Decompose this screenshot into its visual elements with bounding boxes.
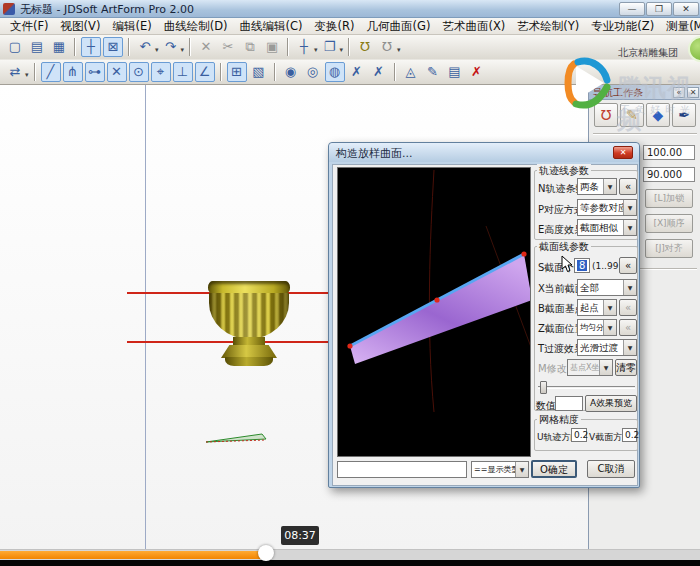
toolbar-separator: [274, 63, 276, 81]
redo-dropdown-icon[interactable]: ▾: [181, 46, 185, 54]
vase-waist: [233, 337, 265, 346]
save-icon[interactable]: ▦: [49, 37, 69, 57]
section-base-select[interactable]: 起点▼: [577, 299, 617, 316]
dialog-title[interactable]: 构造放样曲面...: [329, 143, 639, 162]
copy-icon[interactable]: ⧉: [240, 37, 260, 57]
intersect-icon[interactable]: ⋔: [63, 62, 83, 82]
shade-sphere-icon[interactable]: ◉: [281, 62, 301, 82]
section-collapse-button[interactable]: «: [619, 257, 637, 274]
view-mode-dropdown-icon[interactable]: ▾: [340, 46, 344, 54]
cut-icon[interactable]: ✂: [218, 37, 238, 57]
point-snap-dropdown-icon[interactable]: ▾: [314, 46, 318, 54]
display-type-select[interactable]: ==显示类型==▼: [471, 461, 529, 478]
point-snap-icon[interactable]: ┼: [294, 37, 314, 57]
view-mode-icon[interactable]: ❐: [320, 37, 340, 57]
sketch-icon[interactable]: ✎: [423, 62, 443, 82]
guide-icon[interactable]: ▧: [249, 62, 269, 82]
chevron-down-icon[interactable]: ▼: [623, 200, 636, 215]
gold-vase-model[interactable]: [208, 281, 290, 367]
modify-slider-track[interactable]: [538, 386, 635, 389]
traj-collapse-button[interactable]: «: [619, 178, 637, 195]
node-select-icon[interactable]: ⌖: [151, 62, 171, 82]
video-progress-handle[interactable]: [258, 545, 274, 561]
track-tool-dropdown-icon[interactable]: ▾: [25, 71, 29, 79]
undo-icon[interactable]: ↶: [135, 37, 155, 57]
menu-view[interactable]: 视图(V): [55, 19, 107, 34]
align-button[interactable]: [J]对齐: [645, 239, 693, 258]
modify-slider-thumb[interactable]: [540, 381, 547, 394]
chevron-down-icon[interactable]: ▼: [603, 179, 616, 194]
menu-curve-edit[interactable]: 曲线编辑(C): [234, 19, 309, 34]
close-button[interactable]: ✕: [673, 2, 699, 16]
length-field[interactable]: 100.00: [643, 145, 695, 160]
track-tool-icon[interactable]: ⇄: [5, 62, 25, 82]
new-icon[interactable]: ▢: [5, 37, 25, 57]
paste-icon[interactable]: ▣: [262, 37, 282, 57]
menu-edit[interactable]: 编辑(E): [106, 19, 157, 34]
chevron-down-icon[interactable]: ▼: [623, 220, 636, 235]
window-select-icon[interactable]: ⊠: [103, 37, 123, 57]
pick-surface-delete-icon[interactable]: ✗: [369, 62, 389, 82]
grid-u-input[interactable]: 0.2: [571, 428, 587, 442]
angle-icon[interactable]: ∠: [195, 62, 215, 82]
chevron-down-icon[interactable]: ▼: [623, 340, 636, 355]
minimize-button[interactable]: —: [619, 2, 645, 16]
chevron-down-icon[interactable]: ▼: [515, 462, 528, 477]
perpendicular-icon[interactable]: ⊥: [173, 62, 193, 82]
section-position-select[interactable]: 均匀分布▼: [577, 319, 617, 336]
menu-transform[interactable]: 变换(R): [309, 19, 361, 34]
chevron-down-icon[interactable]: ▼: [623, 280, 636, 295]
lock-button[interactable]: [L]加锁: [645, 189, 693, 208]
menu-art-draw[interactable]: 艺术绘制(Y): [511, 19, 585, 34]
vase-wire-icon[interactable]: Ʊ: [377, 37, 397, 57]
circle-center-icon[interactable]: ⊙: [129, 62, 149, 82]
menu-measure[interactable]: 测量(M): [660, 19, 700, 34]
chevron-down-icon[interactable]: ▼: [603, 300, 616, 315]
toolbar-separator: [394, 63, 396, 81]
menu-pro-functions[interactable]: 专业功能(Z): [585, 19, 660, 34]
vase-render-icon[interactable]: Ʊ: [355, 37, 375, 57]
clear-zero-button[interactable]: 清零: [615, 359, 637, 376]
menu-file[interactable]: 文件(F): [4, 19, 55, 34]
cancel-button[interactable]: C取消: [587, 460, 635, 478]
section-count-input[interactable]: 8: [574, 258, 590, 273]
crosshair-tool-icon[interactable]: ┼: [81, 37, 101, 57]
order-button[interactable]: [X]顺序: [645, 214, 693, 233]
height-effect-select[interactable]: 截面相似▼: [577, 219, 637, 236]
transition-select[interactable]: 光滑过渡▼: [577, 339, 637, 356]
delete-all-icon[interactable]: ✗: [467, 62, 487, 82]
undo-dropdown-icon[interactable]: ▾: [155, 46, 159, 54]
measure-sphere-icon[interactable]: ◬: [401, 62, 421, 82]
chevron-down-icon[interactable]: ▼: [603, 320, 616, 335]
vase-dropdown-icon[interactable]: ▾: [397, 46, 401, 54]
grid-v-input[interactable]: 0.2: [622, 428, 637, 442]
effect-preview-button[interactable]: A效果预览: [585, 395, 637, 412]
menu-art-surface[interactable]: 艺术曲面(X): [436, 19, 511, 34]
menu-curve-draw[interactable]: 曲线绘制(D): [158, 19, 234, 34]
redo-icon[interactable]: ↷: [161, 37, 181, 57]
open-icon[interactable]: ▤: [27, 37, 47, 57]
angle-field[interactable]: 90.000: [643, 167, 695, 182]
render-sphere-icon[interactable]: ◍: [325, 62, 345, 82]
section-profile-sketch[interactable]: [204, 430, 270, 446]
ok-button[interactable]: O确定: [531, 460, 577, 478]
extend-icon[interactable]: ⊶: [85, 62, 105, 82]
value-input[interactable]: [555, 396, 583, 411]
line-icon[interactable]: ╱: [41, 62, 61, 82]
break-icon[interactable]: ✕: [107, 62, 127, 82]
menu-geometry-surface[interactable]: 几何曲面(G): [361, 19, 437, 34]
wire-sphere-icon[interactable]: ◎: [303, 62, 323, 82]
toolbar-separator: [128, 38, 130, 56]
maximize-button[interactable]: ❐: [646, 2, 672, 16]
list-icon[interactable]: ▤: [445, 62, 465, 82]
grid-snap-icon[interactable]: ⊞: [227, 62, 247, 82]
pick-curve-delete-icon[interactable]: ✗: [347, 62, 367, 82]
delete-icon[interactable]: ✕: [196, 37, 216, 57]
status-input[interactable]: [337, 461, 467, 478]
mapping-select[interactable]: 等参数对应▼: [577, 199, 637, 216]
traj-count-select[interactable]: 两条▼: [577, 178, 617, 195]
dialog-close-icon[interactable]: ✕: [613, 146, 633, 159]
surface-preview[interactable]: [337, 167, 531, 457]
toolbar-separator: [34, 63, 36, 81]
current-section-select[interactable]: 全部▼: [577, 279, 637, 296]
